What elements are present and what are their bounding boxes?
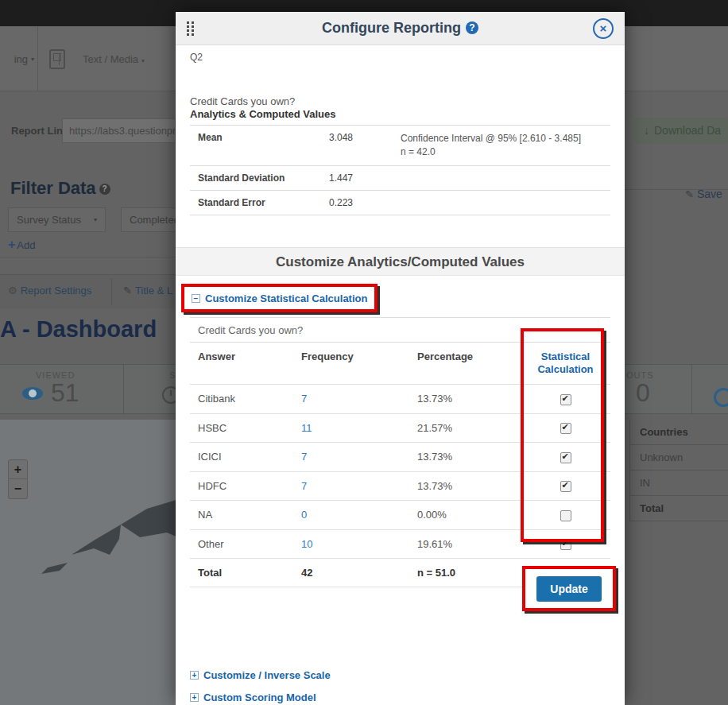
download-data-label: Download Da [654,124,721,137]
dashboard-title: A - Dashboard [0,316,157,343]
tab-report-settings[interactable]: ⚙Report Settings [8,285,91,296]
percentage-cell: 0.00% [417,509,521,521]
frequency-link[interactable]: 7 [301,451,307,463]
customize-statistical-calculation-link[interactable]: −Customize Statistical Calculation [192,292,367,304]
question-text: Credit Cards you own? [190,95,610,108]
col-header-answer: Answer [190,351,301,362]
countries-header: Countries [630,420,728,445]
toolbar-item-left-label: ing [14,53,28,65]
eye-icon [22,387,43,400]
sample-size: n = 42.0 [401,145,610,159]
statistical-calculation-checkbox[interactable] [560,510,571,521]
edit-icon: ✎ [123,285,132,296]
answer-cell: HDFC [190,480,301,492]
country-row: Unknown [630,445,728,471]
survey-status-dropdown[interactable]: Survey Status▾ [8,207,106,232]
table-header-row: Answer Frequency Percentage Statistical … [190,343,610,385]
dropouts-value: 0 [636,378,650,408]
statistical-calculation-checkbox[interactable] [560,423,571,434]
statistical-calculation-checkbox[interactable] [560,539,571,550]
custom-scoring-model-link[interactable]: +Custom Scoring Model [190,691,610,703]
close-icon[interactable]: × [593,18,614,39]
edit-icon: ✎ [685,188,694,200]
update-button[interactable]: Update [536,576,601,602]
add-filter-button[interactable]: +Add [8,238,35,252]
table-row: Other 10 19.61% [190,530,610,560]
total-frequency: 42 [301,567,417,579]
toolbar-item-text-media[interactable]: Text / Media▾ [38,26,173,91]
frequency-link[interactable]: 11 [301,422,312,434]
frequency-link[interactable]: 0 [301,509,307,521]
customize-inverse-scale-link[interactable]: +Customize / Inverse Scale [190,669,610,681]
stat-row-std-deviation: Standard Deviation 1.447 [190,165,610,190]
zoom-in-button[interactable]: + [8,459,28,479]
configure-reporting-modal: Configure Reporting? × Q2 Credit Cards y… [176,12,625,705]
text-media-icon [49,49,65,69]
tab-title-layout[interactable]: ✎Title & L [123,285,176,296]
chevron-down-icon: ▾ [94,208,97,231]
save-link[interactable]: ✎Save [685,188,722,200]
stat-row-std-error: Standard Error 0.223 [190,190,610,215]
help-icon[interactable]: ? [466,21,478,34]
zoom-out-button[interactable]: − [8,479,28,499]
customize-section-heading: Customize Analytics/Computed Values [176,247,625,276]
table-row: HSBC 11 21.57% [190,414,610,444]
filter-value-dropdown[interactable]: Completed [121,207,176,232]
col-header-percentage: Percentage [417,351,521,362]
table-row: Citibank 7 13.73% [190,385,610,414]
analytics-stats-table: Mean 3.048 Confidence Interval @ 95% [2.… [190,125,610,215]
percentage-cell: 19.61% [417,538,521,550]
toolbar-item-left[interactable]: ing ▾ [0,26,38,91]
chevron-down-icon: ▾ [31,56,34,63]
expand-icon: + [190,693,199,702]
total-label: Total [190,567,301,579]
statistical-calculation-checkbox[interactable] [560,452,571,463]
chevron-down-icon: ▾ [141,57,145,64]
annotation-box-update: Update [522,566,616,611]
download-icon: ↓ [644,118,649,144]
table-row: ICICI 7 13.73% [190,443,610,472]
confidence-interval: Confidence Interval @ 95% [2.610 - 3.485… [401,132,610,145]
filter-data-heading: Filter Data? [10,178,110,199]
divider [691,365,692,415]
col-header-frequency: Frequency [301,351,417,362]
divider [0,257,176,258]
help-icon[interactable]: ? [99,184,110,195]
save-link-label: Save [697,188,722,200]
analytics-heading: Analytics & Computed Values [190,108,610,121]
statistical-calculation-checkbox[interactable] [560,394,571,405]
answer-cell: ICICI [190,451,301,463]
frequency-link[interactable]: 7 [301,393,307,405]
answer-cell: Citibank [190,393,301,405]
annotation-box-statistical-calculation: −Customize Statistical Calculation [181,284,378,312]
countries-panel: Countries Unknown IN Total [629,420,728,521]
download-data-button[interactable]: ↓Download Da [634,118,728,144]
modal-header: Configure Reporting? × [176,12,625,45]
tab-report-settings-label: Report Settings [21,285,92,296]
divider [111,278,112,305]
col-header-statistical-calculation: Statistical Calculation [521,351,610,376]
settings-tab-bar: ⚙Report Settings ✎Title & L [0,274,176,308]
question-code: Q2 [190,52,610,63]
frequency-link[interactable]: 10 [301,538,312,550]
collapsed-sections: +Customize / Inverse Scale +Custom Scori… [190,669,610,705]
filter-value: Completed [130,208,180,231]
globe-icon [714,388,728,407]
add-filter-label: Add [17,239,35,251]
viewed-value: 51 [51,378,79,408]
percentage-cell: 13.73% [417,451,521,463]
percentage-cell: 13.73% [417,480,521,492]
total-sample-size: n = 51.0 [417,567,521,579]
divider [190,317,610,318]
report-link-input[interactable]: https://labs3.questionpr [62,118,176,143]
frequency-link[interactable]: 7 [301,480,307,492]
stat-row-mean: Mean 3.048 Confidence Interval @ 95% [2.… [190,125,610,165]
percentage-cell: 13.73% [417,393,521,405]
table-row: HDFC 7 13.73% [190,472,610,502]
frequency-table: Answer Frequency Percentage Statistical … [190,342,610,587]
divider [123,365,124,415]
survey-status-value: Survey Status [17,208,81,231]
statistical-calculation-checkbox[interactable] [560,481,571,492]
answer-cell: NA [190,509,301,521]
collapse-icon: − [192,294,200,303]
